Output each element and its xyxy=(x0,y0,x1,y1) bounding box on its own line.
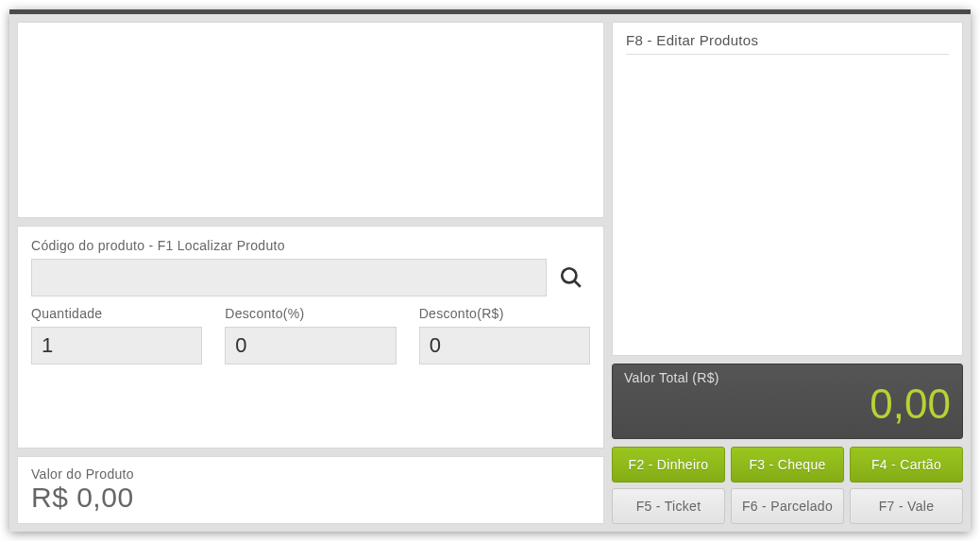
f6-parcelado-button[interactable]: F6 - Parcelado xyxy=(731,488,844,524)
product-list-panel: F8 - Editar Produtos xyxy=(612,22,963,356)
desconto-rs-field: Desconto(R$) xyxy=(419,306,590,364)
payment-buttons: F2 - Dinheiro F3 - Cheque F4 - Cartão F5… xyxy=(612,447,963,524)
valor-produto-value: R$ 0,00 xyxy=(31,482,590,513)
f2-dinheiro-button[interactable]: F2 - Dinheiro xyxy=(612,447,725,483)
desconto-pct-field: Desconto(%) xyxy=(225,306,396,364)
search-icon xyxy=(559,265,583,290)
codigo-label: Código do produto - F1 Localizar Produto xyxy=(31,238,590,253)
desconto-pct-label: Desconto(%) xyxy=(225,306,396,321)
f3-cheque-button[interactable]: F3 - Cheque xyxy=(731,447,844,483)
f7-vale-button[interactable]: F7 - Vale xyxy=(850,488,963,524)
product-display-panel xyxy=(17,22,604,218)
search-row xyxy=(31,259,590,296)
f5-ticket-button[interactable]: F5 - Ticket xyxy=(612,488,725,524)
search-button[interactable] xyxy=(552,259,590,296)
desconto-rs-input[interactable] xyxy=(419,327,590,364)
svg-point-0 xyxy=(562,268,576,282)
valor-produto-panel: Valor do Produto R$ 0,00 xyxy=(17,456,604,524)
quantidade-label: Quantidade xyxy=(31,306,202,321)
product-entry-panel: Código do produto - F1 Localizar Produto… xyxy=(17,226,604,449)
quantidade-input[interactable] xyxy=(31,327,202,364)
f4-cartao-button[interactable]: F4 - Cartão xyxy=(850,447,963,483)
desconto-rs-label: Desconto(R$) xyxy=(419,306,590,321)
total-panel: Valor Total (R$) 0,00 xyxy=(612,364,963,439)
pos-window: Código do produto - F1 Localizar Produto… xyxy=(9,9,971,532)
total-value: 0,00 xyxy=(624,383,951,425)
valor-produto-label: Valor do Produto xyxy=(31,466,590,482)
codigo-input[interactable] xyxy=(31,259,547,296)
desconto-pct-input[interactable] xyxy=(225,327,396,364)
editar-produtos-header[interactable]: F8 - Editar Produtos xyxy=(626,32,949,55)
left-column: Código do produto - F1 Localizar Produto… xyxy=(17,22,604,524)
right-column: F8 - Editar Produtos Valor Total (R$) 0,… xyxy=(612,22,963,524)
fields-row: Quantidade Desconto(%) Desconto(R$) xyxy=(31,306,590,364)
quantidade-field: Quantidade xyxy=(31,306,202,364)
svg-line-1 xyxy=(574,280,581,287)
